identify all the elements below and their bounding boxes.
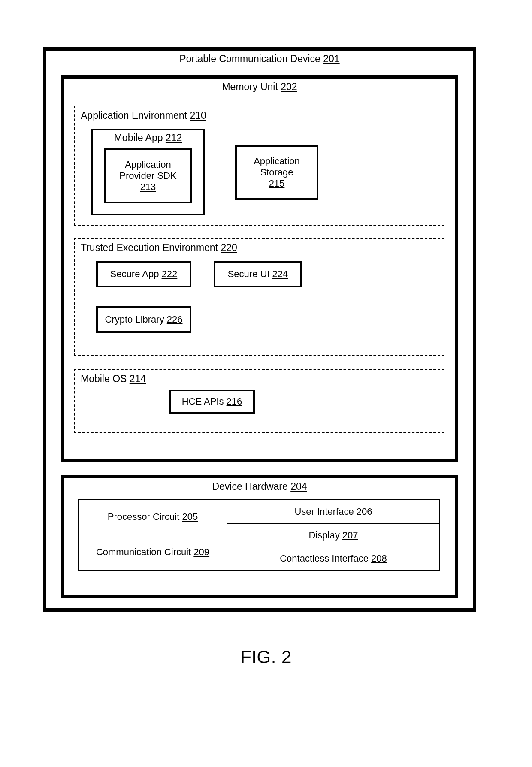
- user-interface-box: User Interface 206: [227, 499, 440, 524]
- crypto-lib-text: Crypto Library 226: [105, 314, 183, 325]
- secure-app-ref: 222: [162, 269, 178, 279]
- processor-circuit-label: Processor Circuit: [108, 511, 179, 522]
- tee-title: Trusted Execution Environment 220: [81, 242, 237, 254]
- hardware-ref: 204: [290, 481, 307, 492]
- display-ref: 207: [342, 530, 358, 541]
- mobile-os-ref: 214: [130, 373, 146, 384]
- display-box: Display 207: [227, 523, 440, 547]
- communication-circuit-ref: 209: [193, 547, 209, 557]
- device-title: Portable Communication Device 201: [46, 53, 473, 65]
- crypto-lib-box: Crypto Library 226: [96, 306, 191, 333]
- crypto-lib-label: Crypto Library: [105, 314, 164, 325]
- app-storage-text: Application Storage 215: [254, 156, 300, 189]
- mobile-os-label: Mobile OS: [81, 373, 127, 384]
- contactless-interface-ref: 208: [371, 553, 387, 564]
- provider-sdk-text: Application Provider SDK 213: [119, 159, 176, 193]
- user-interface-text: User Interface 206: [294, 506, 372, 517]
- memory-label: Memory Unit: [222, 81, 278, 92]
- contactless-interface-label: Contactless Interface: [280, 553, 369, 564]
- secure-ui-ref: 224: [272, 269, 288, 279]
- memory-title: Memory Unit 202: [64, 81, 455, 93]
- tee-box: Trusted Execution Environment 220: [74, 238, 444, 356]
- hardware-title: Device Hardware 204: [64, 481, 455, 492]
- provider-sdk-box: Application Provider SDK 213: [104, 148, 192, 203]
- crypto-lib-ref: 226: [167, 314, 183, 325]
- processor-circuit-box: Processor Circuit 205: [78, 499, 227, 534]
- processor-circuit-text: Processor Circuit 205: [108, 511, 198, 522]
- mobile-app-label: Mobile App: [114, 132, 163, 143]
- processor-circuit-ref: 205: [182, 511, 198, 522]
- user-interface-label: User Interface: [294, 506, 354, 517]
- contactless-interface-box: Contactless Interface 208: [227, 547, 440, 571]
- communication-circuit-label: Communication Circuit: [96, 547, 191, 557]
- app-storage-l2: Storage: [260, 167, 293, 178]
- user-interface-ref: 206: [357, 506, 372, 517]
- display-label: Display: [309, 530, 340, 541]
- app-env-ref: 210: [190, 110, 206, 121]
- communication-circuit-text: Communication Circuit 209: [96, 547, 209, 558]
- secure-app-box: Secure App 222: [96, 261, 191, 287]
- memory-ref: 202: [281, 81, 297, 92]
- hce-apis-ref: 216: [227, 396, 242, 407]
- app-env-title: Application Environment 210: [81, 110, 206, 121]
- hardware-label: Device Hardware: [212, 481, 287, 492]
- provider-sdk-l1: Application: [125, 159, 171, 170]
- secure-ui-text: Secure UI 224: [228, 269, 288, 280]
- provider-sdk-l2: Provider SDK: [119, 170, 176, 181]
- hce-apis-label: HCE APIs: [182, 396, 224, 407]
- mobile-os-title: Mobile OS 214: [81, 373, 146, 385]
- app-storage-l1: Application: [254, 156, 300, 166]
- app-storage-ref: 215: [269, 178, 285, 189]
- secure-ui-box: Secure UI 224: [214, 261, 302, 287]
- device-label: Portable Communication Device: [179, 53, 320, 64]
- device-ref: 201: [323, 53, 339, 64]
- secure-ui-label: Secure UI: [228, 269, 270, 279]
- app-env-label: Application Environment: [81, 110, 187, 121]
- tee-label: Trusted Execution Environment: [81, 242, 218, 253]
- communication-circuit-box: Communication Circuit 209: [78, 534, 227, 571]
- app-storage-box: Application Storage 215: [235, 145, 318, 200]
- provider-sdk-ref: 213: [140, 181, 156, 192]
- secure-app-label: Secure App: [110, 269, 159, 279]
- figure-caption: FIG. 2: [0, 647, 532, 667]
- mobile-app-title: Mobile App 212: [93, 132, 203, 144]
- mobile-os-box: Mobile OS 214: [74, 369, 444, 433]
- secure-app-text: Secure App 222: [110, 269, 178, 280]
- display-text: Display 207: [309, 530, 358, 541]
- tee-ref: 220: [221, 242, 237, 253]
- hce-apis-box: HCE APIs 216: [169, 390, 255, 414]
- contactless-interface-text: Contactless Interface 208: [280, 553, 387, 564]
- mobile-app-ref: 212: [166, 132, 182, 143]
- hce-apis-text: HCE APIs 216: [182, 396, 242, 407]
